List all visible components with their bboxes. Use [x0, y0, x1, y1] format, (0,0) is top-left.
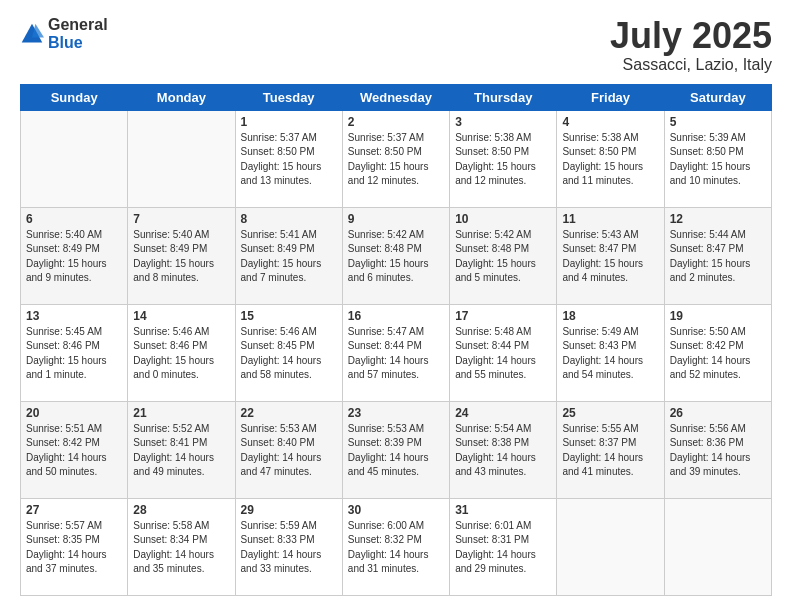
- svg-marker-1: [32, 23, 44, 37]
- header-friday: Friday: [557, 84, 664, 110]
- table-row: [664, 498, 771, 595]
- table-row: 10Sunrise: 5:42 AM Sunset: 8:48 PM Dayli…: [450, 207, 557, 304]
- title-block: July 2025 Sassacci, Lazio, Italy: [610, 16, 772, 74]
- table-row: 26Sunrise: 5:56 AM Sunset: 8:36 PM Dayli…: [664, 401, 771, 498]
- day-number: 9: [348, 212, 444, 226]
- day-number: 30: [348, 503, 444, 517]
- table-row: 1Sunrise: 5:37 AM Sunset: 8:50 PM Daylig…: [235, 110, 342, 207]
- day-info: Sunrise: 5:42 AM Sunset: 8:48 PM Dayligh…: [348, 228, 444, 286]
- table-row: 8Sunrise: 5:41 AM Sunset: 8:49 PM Daylig…: [235, 207, 342, 304]
- day-info: Sunrise: 5:54 AM Sunset: 8:38 PM Dayligh…: [455, 422, 551, 480]
- day-info: Sunrise: 5:51 AM Sunset: 8:42 PM Dayligh…: [26, 422, 122, 480]
- day-info: Sunrise: 5:37 AM Sunset: 8:50 PM Dayligh…: [348, 131, 444, 189]
- table-row: 6Sunrise: 5:40 AM Sunset: 8:49 PM Daylig…: [21, 207, 128, 304]
- day-info: Sunrise: 5:47 AM Sunset: 8:44 PM Dayligh…: [348, 325, 444, 383]
- table-row: 22Sunrise: 5:53 AM Sunset: 8:40 PM Dayli…: [235, 401, 342, 498]
- day-number: 19: [670, 309, 766, 323]
- day-number: 26: [670, 406, 766, 420]
- day-number: 31: [455, 503, 551, 517]
- day-number: 27: [26, 503, 122, 517]
- weekday-header-row: Sunday Monday Tuesday Wednesday Thursday…: [21, 84, 772, 110]
- day-info: Sunrise: 5:53 AM Sunset: 8:40 PM Dayligh…: [241, 422, 337, 480]
- day-number: 8: [241, 212, 337, 226]
- header-monday: Monday: [128, 84, 235, 110]
- day-number: 24: [455, 406, 551, 420]
- day-number: 20: [26, 406, 122, 420]
- table-row: 21Sunrise: 5:52 AM Sunset: 8:41 PM Dayli…: [128, 401, 235, 498]
- day-info: Sunrise: 6:01 AM Sunset: 8:31 PM Dayligh…: [455, 519, 551, 577]
- day-info: Sunrise: 5:57 AM Sunset: 8:35 PM Dayligh…: [26, 519, 122, 577]
- day-info: Sunrise: 5:52 AM Sunset: 8:41 PM Dayligh…: [133, 422, 229, 480]
- header-wednesday: Wednesday: [342, 84, 449, 110]
- day-number: 28: [133, 503, 229, 517]
- day-number: 17: [455, 309, 551, 323]
- header-saturday: Saturday: [664, 84, 771, 110]
- day-info: Sunrise: 5:38 AM Sunset: 8:50 PM Dayligh…: [562, 131, 658, 189]
- table-row: 23Sunrise: 5:53 AM Sunset: 8:39 PM Dayli…: [342, 401, 449, 498]
- logo-text: General Blue: [48, 16, 108, 51]
- subtitle: Sassacci, Lazio, Italy: [610, 56, 772, 74]
- day-info: Sunrise: 5:42 AM Sunset: 8:48 PM Dayligh…: [455, 228, 551, 286]
- table-row: 15Sunrise: 5:46 AM Sunset: 8:45 PM Dayli…: [235, 304, 342, 401]
- day-info: Sunrise: 5:41 AM Sunset: 8:49 PM Dayligh…: [241, 228, 337, 286]
- day-info: Sunrise: 5:56 AM Sunset: 8:36 PM Dayligh…: [670, 422, 766, 480]
- day-info: Sunrise: 5:40 AM Sunset: 8:49 PM Dayligh…: [133, 228, 229, 286]
- table-row: 16Sunrise: 5:47 AM Sunset: 8:44 PM Dayli…: [342, 304, 449, 401]
- header-thursday: Thursday: [450, 84, 557, 110]
- table-row: 9Sunrise: 5:42 AM Sunset: 8:48 PM Daylig…: [342, 207, 449, 304]
- table-row: 13Sunrise: 5:45 AM Sunset: 8:46 PM Dayli…: [21, 304, 128, 401]
- table-row: 19Sunrise: 5:50 AM Sunset: 8:42 PM Dayli…: [664, 304, 771, 401]
- day-number: 12: [670, 212, 766, 226]
- day-number: 14: [133, 309, 229, 323]
- day-number: 10: [455, 212, 551, 226]
- table-row: 24Sunrise: 5:54 AM Sunset: 8:38 PM Dayli…: [450, 401, 557, 498]
- calendar-week-row: 20Sunrise: 5:51 AM Sunset: 8:42 PM Dayli…: [21, 401, 772, 498]
- calendar-week-row: 1Sunrise: 5:37 AM Sunset: 8:50 PM Daylig…: [21, 110, 772, 207]
- logo-icon: [20, 22, 44, 46]
- day-info: Sunrise: 5:49 AM Sunset: 8:43 PM Dayligh…: [562, 325, 658, 383]
- day-number: 1: [241, 115, 337, 129]
- day-info: Sunrise: 5:44 AM Sunset: 8:47 PM Dayligh…: [670, 228, 766, 286]
- table-row: [21, 110, 128, 207]
- day-info: Sunrise: 5:48 AM Sunset: 8:44 PM Dayligh…: [455, 325, 551, 383]
- table-row: 14Sunrise: 5:46 AM Sunset: 8:46 PM Dayli…: [128, 304, 235, 401]
- table-row: 5Sunrise: 5:39 AM Sunset: 8:50 PM Daylig…: [664, 110, 771, 207]
- page: General Blue July 2025 Sassacci, Lazio, …: [0, 0, 792, 612]
- day-number: 13: [26, 309, 122, 323]
- day-number: 18: [562, 309, 658, 323]
- day-info: Sunrise: 5:46 AM Sunset: 8:45 PM Dayligh…: [241, 325, 337, 383]
- day-info: Sunrise: 5:39 AM Sunset: 8:50 PM Dayligh…: [670, 131, 766, 189]
- day-info: Sunrise: 5:55 AM Sunset: 8:37 PM Dayligh…: [562, 422, 658, 480]
- calendar-week-row: 6Sunrise: 5:40 AM Sunset: 8:49 PM Daylig…: [21, 207, 772, 304]
- table-row: 25Sunrise: 5:55 AM Sunset: 8:37 PM Dayli…: [557, 401, 664, 498]
- day-info: Sunrise: 5:38 AM Sunset: 8:50 PM Dayligh…: [455, 131, 551, 189]
- day-number: 7: [133, 212, 229, 226]
- day-number: 15: [241, 309, 337, 323]
- day-number: 16: [348, 309, 444, 323]
- table-row: 20Sunrise: 5:51 AM Sunset: 8:42 PM Dayli…: [21, 401, 128, 498]
- table-row: 30Sunrise: 6:00 AM Sunset: 8:32 PM Dayli…: [342, 498, 449, 595]
- day-info: Sunrise: 6:00 AM Sunset: 8:32 PM Dayligh…: [348, 519, 444, 577]
- day-info: Sunrise: 5:50 AM Sunset: 8:42 PM Dayligh…: [670, 325, 766, 383]
- day-number: 22: [241, 406, 337, 420]
- table-row: 12Sunrise: 5:44 AM Sunset: 8:47 PM Dayli…: [664, 207, 771, 304]
- day-info: Sunrise: 5:46 AM Sunset: 8:46 PM Dayligh…: [133, 325, 229, 383]
- day-info: Sunrise: 5:40 AM Sunset: 8:49 PM Dayligh…: [26, 228, 122, 286]
- table-row: 7Sunrise: 5:40 AM Sunset: 8:49 PM Daylig…: [128, 207, 235, 304]
- table-row: 28Sunrise: 5:58 AM Sunset: 8:34 PM Dayli…: [128, 498, 235, 595]
- table-row: 27Sunrise: 5:57 AM Sunset: 8:35 PM Dayli…: [21, 498, 128, 595]
- day-info: Sunrise: 5:37 AM Sunset: 8:50 PM Dayligh…: [241, 131, 337, 189]
- table-row: 29Sunrise: 5:59 AM Sunset: 8:33 PM Dayli…: [235, 498, 342, 595]
- table-row: 3Sunrise: 5:38 AM Sunset: 8:50 PM Daylig…: [450, 110, 557, 207]
- logo-blue-text: Blue: [48, 34, 108, 52]
- day-number: 11: [562, 212, 658, 226]
- calendar-table: Sunday Monday Tuesday Wednesday Thursday…: [20, 84, 772, 596]
- main-title: July 2025: [610, 16, 772, 56]
- day-number: 2: [348, 115, 444, 129]
- calendar-week-row: 13Sunrise: 5:45 AM Sunset: 8:46 PM Dayli…: [21, 304, 772, 401]
- day-info: Sunrise: 5:59 AM Sunset: 8:33 PM Dayligh…: [241, 519, 337, 577]
- day-info: Sunrise: 5:45 AM Sunset: 8:46 PM Dayligh…: [26, 325, 122, 383]
- calendar-week-row: 27Sunrise: 5:57 AM Sunset: 8:35 PM Dayli…: [21, 498, 772, 595]
- table-row: 18Sunrise: 5:49 AM Sunset: 8:43 PM Dayli…: [557, 304, 664, 401]
- header-tuesday: Tuesday: [235, 84, 342, 110]
